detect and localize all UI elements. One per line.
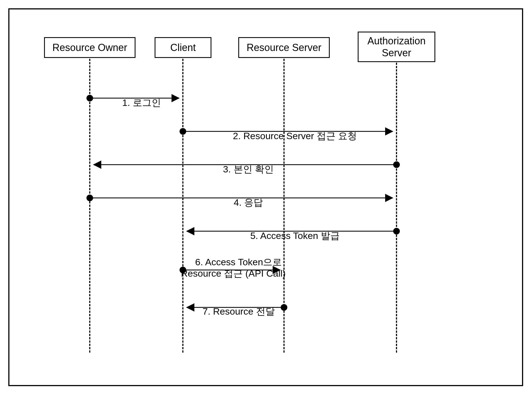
message-6: 6. Access Token으로 Resource 접근 (API Call) xyxy=(178,245,289,290)
participant-label: Client xyxy=(170,42,196,53)
message-3: 3. 본인 확인 xyxy=(90,152,397,186)
participant-authorization-server: Authorization Server xyxy=(358,32,435,62)
diagram-frame: Resource Owner Client Resource Server Au… xyxy=(8,8,523,386)
message-4: 4. 응답 xyxy=(90,185,397,219)
message-1: 1. 로그인 xyxy=(90,86,183,119)
message-label: 4. 응답 xyxy=(234,197,263,208)
message-label: 3. 본인 확인 xyxy=(223,164,274,174)
participant-label: Resource Owner xyxy=(52,42,127,53)
participant-resource-server: Resource Server xyxy=(238,37,330,58)
participant-label: Authorization Server xyxy=(367,35,426,59)
message-7: 7. Resource 전달 xyxy=(183,294,284,328)
message-2: 2. Resource Server 접근 요청 xyxy=(183,119,397,153)
message-label: 2. Resource Server 접근 요청 xyxy=(233,131,357,141)
message-label: 5. Access Token 발급 xyxy=(250,230,340,241)
message-label: 7. Resource 전달 xyxy=(203,306,275,317)
message-label: 6. Access Token으로 Resource 접근 (API Call) xyxy=(181,257,286,279)
message-label: 1. 로그인 xyxy=(122,97,161,108)
participant-client: Client xyxy=(155,37,211,58)
participant-label: Resource Server xyxy=(247,42,321,53)
participant-resource-owner: Resource Owner xyxy=(44,37,135,58)
